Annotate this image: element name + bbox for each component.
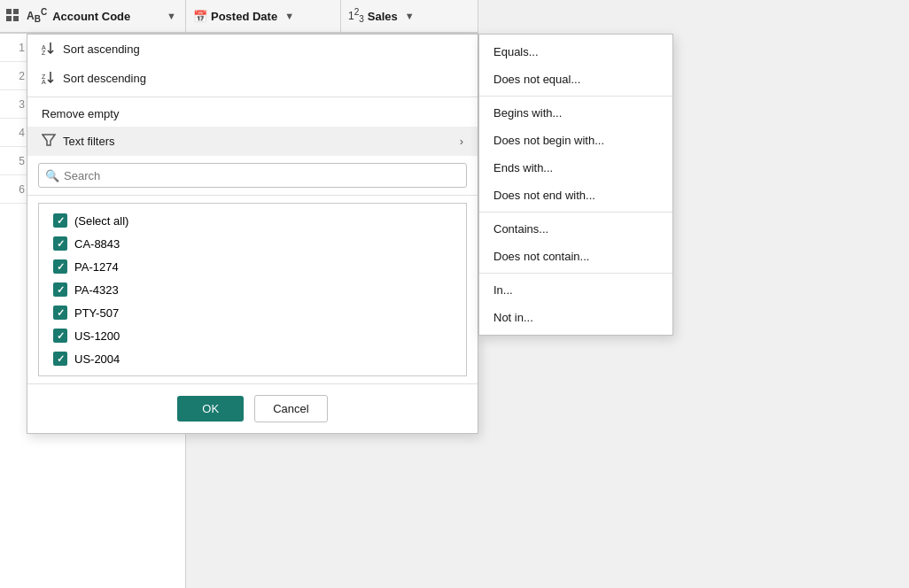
submenu-separator-3 (479, 273, 672, 274)
sales-dropdown-button[interactable]: ▼ (401, 9, 418, 23)
submenu-separator-1 (479, 96, 672, 97)
submenu-does-not-equal[interactable]: Does not equal... (479, 66, 672, 93)
check-label-pa-1274: PA-1274 (74, 260, 119, 274)
filter-dropdown-panel: A Z Sort ascending Z A Sort descending R… (27, 34, 478, 434)
sort-ascending-label: Sort ascending (63, 43, 140, 56)
submenu-ends-with-label: Ends with... (493, 161, 553, 174)
account-code-dropdown-button[interactable]: ▼ (163, 9, 180, 23)
remove-empty-label: Remove empty (42, 107, 119, 120)
funnel-icon (42, 133, 56, 150)
sales-label: Sales (368, 10, 398, 23)
svg-text:A: A (42, 79, 46, 84)
svg-rect-0 (6, 9, 12, 14)
search-input[interactable] (38, 163, 467, 188)
check-item-ca-8843[interactable]: CA-8843 (50, 232, 455, 255)
row-number: 4 (7, 127, 25, 139)
submenu-in-label: In... (493, 283, 513, 297)
svg-text:Z: Z (42, 50, 46, 55)
checkbox-us-1200[interactable] (53, 329, 67, 343)
submenu-does-not-begin-with-label: Does not begin with... (493, 134, 604, 147)
check-item-select-all[interactable]: (Select all) (50, 209, 455, 232)
sort-descending-label: Sort descending (63, 72, 146, 85)
submenu-does-not-end-with[interactable]: Does not end with... (479, 182, 672, 209)
check-label-us-2004: US-2004 (74, 352, 120, 366)
checkbox-ca-8843[interactable] (53, 236, 67, 251)
text-filters-label: Text filters (63, 135, 115, 148)
submenu-not-in[interactable]: Not in... (479, 304, 672, 331)
number-icon: 123 (348, 7, 364, 24)
sales-header: 123 Sales ▼ (341, 0, 478, 34)
extra-column-headers: 📅 Posted Date ▼ 123 Sales ▼ (186, 0, 478, 34)
row-number: 2 (7, 70, 25, 82)
row-number: 5 (7, 155, 25, 167)
checkbox-pty-507[interactable] (53, 306, 67, 320)
submenu-does-not-equal-label: Does not equal... (493, 73, 580, 86)
remove-empty-item[interactable]: Remove empty (27, 101, 478, 127)
sort-ascending-item[interactable]: A Z Sort ascending (27, 35, 478, 64)
svg-rect-1 (13, 9, 19, 14)
checkbox-pa-4323[interactable] (53, 282, 67, 297)
checkbox-us-2004[interactable] (53, 352, 67, 366)
submenu-not-in-label: Not in... (493, 311, 533, 324)
submenu-does-not-contain-label: Does not contain... (493, 250, 589, 263)
row-number: 3 (7, 98, 25, 111)
check-label-select-all: (Select all) (74, 214, 128, 228)
check-item-pa-1274[interactable]: PA-1274 (50, 255, 455, 278)
account-code-header: ABC Account Code ▼ (0, 0, 185, 34)
sort-descending-item[interactable]: Z A Sort descending (27, 64, 478, 93)
cancel-button[interactable]: Cancel (254, 395, 327, 422)
calendar-icon: 📅 (193, 10, 207, 23)
table-grid-icon (5, 8, 19, 25)
row-number: 6 (7, 183, 25, 196)
submenu-arrow-icon: › (460, 135, 463, 148)
checkbox-select-all[interactable] (53, 213, 67, 228)
submenu-ends-with[interactable]: Ends with... (479, 154, 672, 182)
check-label-pty-507: PTY-507 (74, 306, 119, 320)
submenu-begins-with[interactable]: Begins with... (479, 99, 672, 127)
check-item-us-1200[interactable]: US-1200 (50, 324, 455, 347)
submenu-contains[interactable]: Contains... (479, 215, 672, 243)
check-label-pa-4323: PA-4323 (74, 283, 119, 297)
check-label-us-1200: US-1200 (74, 329, 120, 343)
text-filters-submenu: Equals... Does not equal... Begins with.… (478, 34, 673, 336)
row-number: 1 (7, 42, 25, 54)
text-filters-item[interactable]: Text filters › (27, 127, 478, 156)
filter-panel-footer: OK Cancel (27, 383, 478, 433)
submenu-equals-label: Equals... (493, 45, 539, 58)
posted-date-dropdown-button[interactable]: ▼ (281, 9, 298, 23)
submenu-does-not-end-with-label: Does not end with... (493, 189, 595, 202)
submenu-contains-label: Contains... (493, 222, 548, 236)
search-input-wrap: 🔍 (38, 163, 467, 188)
submenu-equals[interactable]: Equals... (479, 38, 672, 66)
submenu-in[interactable]: In... (479, 276, 672, 304)
submenu-begins-with-label: Begins with... (493, 106, 562, 120)
svg-marker-10 (43, 135, 55, 145)
text-type-icon: ABC (27, 7, 47, 24)
posted-date-header: 📅 Posted Date ▼ (186, 0, 341, 34)
posted-date-label: Posted Date (211, 10, 277, 23)
account-code-label: Account Code (52, 10, 159, 23)
menu-separator-1 (27, 97, 478, 97)
sort-ascending-icon: A Z (42, 41, 56, 58)
filter-checklist: (Select all) CA-8843 PA-1274 PA-4323 PTY… (38, 203, 467, 376)
sort-descending-icon: Z A (42, 70, 56, 87)
check-item-pty-507[interactable]: PTY-507 (50, 301, 455, 324)
svg-rect-2 (6, 16, 12, 21)
submenu-does-not-begin-with[interactable]: Does not begin with... (479, 127, 672, 154)
check-item-pa-4323[interactable]: PA-4323 (50, 278, 455, 301)
search-icon: 🔍 (45, 169, 59, 182)
svg-rect-3 (13, 16, 19, 21)
ok-button[interactable]: OK (177, 396, 244, 422)
checkbox-pa-1274[interactable] (53, 259, 67, 274)
check-label-ca-8843: CA-8843 (74, 237, 120, 251)
check-item-us-2004[interactable]: US-2004 (50, 347, 455, 370)
submenu-separator-2 (479, 212, 672, 213)
search-section: 🔍 (27, 156, 478, 196)
submenu-does-not-contain[interactable]: Does not contain... (479, 243, 672, 270)
